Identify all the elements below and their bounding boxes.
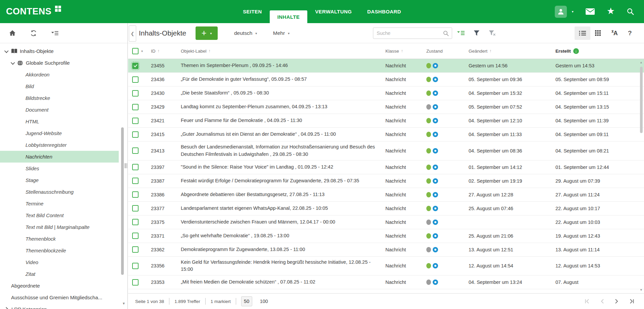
- list-view-button[interactable]: [575, 26, 590, 40]
- row-checkbox[interactable]: [132, 246, 139, 253]
- sidebar-scroll-down-icon[interactable]: ▼: [122, 302, 125, 305]
- table-row-23415[interactable]: 23415„Guter Journalismus ist ein Dienst …: [128, 128, 644, 141]
- tree-item-themenblock[interactable]: Themenblock: [0, 233, 119, 245]
- grid-view-button[interactable]: [595, 23, 601, 43]
- tree-item-text-mit-bild-marginalspalte[interactable]: Text mit Bild | Marginalspalte: [0, 221, 119, 233]
- table-row-23429[interactable]: 23429Landtag kommt zu September-Plenum z…: [128, 100, 644, 114]
- more-dropdown[interactable]: Mehr ▾: [273, 23, 289, 43]
- tab-seiten[interactable]: SEITEN: [235, 0, 270, 23]
- row-checkbox[interactable]: [132, 63, 139, 69]
- tree-item-nachrichten[interactable]: Nachrichten: [0, 151, 119, 163]
- scroll-up-icon[interactable]: ▲: [640, 61, 643, 64]
- table-row-23430[interactable]: 23430„Die beste Staatsform“ , 05.09.25 -…: [128, 86, 644, 100]
- translate-button[interactable]: x̄A: [611, 23, 618, 43]
- language-dropdown[interactable]: deutsch ▾: [234, 23, 257, 43]
- add-menu-caret[interactable]: ▾: [210, 32, 212, 35]
- panel-resize-handle[interactable]: [124, 163, 127, 168]
- tree-options-button[interactable]: [51, 31, 58, 36]
- row-checkbox[interactable]: [132, 279, 139, 286]
- scrollbar-thumb[interactable]: [640, 67, 643, 133]
- chevron-right-icon[interactable]: [4, 307, 8, 309]
- tree-item-bild[interactable]: Bild: [0, 80, 119, 92]
- favorites-button[interactable]: ★: [607, 8, 615, 16]
- row-checkbox[interactable]: [132, 263, 139, 269]
- select-menu-caret[interactable]: ▾: [141, 49, 143, 53]
- tree-item-aussch-sse-und-gremien-mitgliedscha[interactable]: Ausschüsse und Gremien Mitgliedscha...: [0, 292, 127, 303]
- column-header-geaendert[interactable]: Geändert↑: [469, 49, 555, 54]
- row-checkbox[interactable]: [132, 104, 139, 110]
- select-all-checkbox[interactable]: [132, 48, 139, 54]
- tab-inhalte[interactable]: INHALTE: [270, 10, 308, 23]
- table-row-23421[interactable]: 23421Feuer und Flamme für die Demokratie…: [128, 114, 644, 128]
- table-row-23436[interactable]: 23436„Für die Demokratie in guter Verfas…: [128, 73, 644, 86]
- collapse-sidebar-button[interactable]: ❮: [129, 25, 136, 42]
- next-page-button[interactable]: [615, 299, 618, 304]
- tree-item-jugend-website[interactable]: Jugend-Website: [0, 127, 119, 139]
- page-size-100[interactable]: 100: [260, 299, 268, 304]
- table-row-23353[interactable]: 23353„Mit freien Medien die Demokratie s…: [128, 275, 644, 289]
- row-checkbox[interactable]: [132, 233, 139, 239]
- tab-verwaltung[interactable]: VERWALTUNG: [307, 0, 359, 23]
- row-checkbox[interactable]: [132, 118, 139, 124]
- app-logo[interactable]: CONTENS: [6, 0, 61, 23]
- tree-item-stage[interactable]: Stage: [0, 174, 119, 186]
- last-page-button[interactable]: [630, 299, 634, 304]
- tree-item-lrp-kategorien[interactable]: LRP Kategorien: [0, 303, 127, 309]
- tree-item-slides[interactable]: Slides: [0, 163, 119, 174]
- table-row-23356[interactable]: 23356Kein Geld für Verfassungsfeinde: He…: [128, 257, 644, 276]
- user-menu-caret[interactable]: ▾: [572, 10, 574, 13]
- column-header-erstellt[interactable]: Erstellt↓: [555, 48, 634, 54]
- column-header-objekt-label[interactable]: Objekt-Label↑: [181, 49, 385, 54]
- row-checkbox[interactable]: [132, 205, 139, 211]
- tree-item-html[interactable]: HTML: [0, 116, 119, 127]
- tree-item-text-bild-content[interactable]: Text Bild Content: [0, 209, 119, 221]
- tree-item-akkordeon[interactable]: Akkordeon: [0, 69, 119, 80]
- filter-button[interactable]: [474, 23, 480, 43]
- row-checkbox[interactable]: [132, 219, 139, 225]
- row-checkbox[interactable]: [132, 178, 139, 184]
- column-header-id[interactable]: ID↑: [151, 49, 181, 54]
- scroll-down-icon[interactable]: ▼: [640, 288, 643, 292]
- column-header-zustand[interactable]: Zustand: [426, 49, 469, 54]
- row-checkbox[interactable]: [132, 131, 139, 138]
- row-checkbox[interactable]: [132, 164, 139, 170]
- first-page-button[interactable]: [585, 299, 589, 304]
- chevron-down-icon[interactable]: [4, 49, 9, 53]
- home-button[interactable]: [9, 30, 16, 36]
- row-checkbox[interactable]: [132, 76, 139, 83]
- global-search-button[interactable]: [627, 8, 634, 15]
- table-row-23455[interactable]: 23455Themen im September-Plenum , 09.09.…: [128, 59, 644, 73]
- tree-root-inhalts-objekte[interactable]: Inhalts-Objekte: [0, 45, 127, 57]
- saved-search-button[interactable]: [457, 23, 465, 43]
- sidebar-scrollbar-thumb[interactable]: [121, 127, 124, 275]
- tree-item-video[interactable]: Video: [0, 256, 119, 268]
- row-checkbox[interactable]: [132, 147, 139, 154]
- table-row-23375[interactable]: 23375Verdienstunterschiede zwischen Frau…: [128, 215, 644, 229]
- search-icon[interactable]: [443, 30, 449, 36]
- table-row-23387[interactable]: 23387Festakt würdigt Erfolge / Demokrati…: [128, 174, 644, 188]
- page-size-50[interactable]: 50: [241, 296, 252, 306]
- tree-item-abgeordnete[interactable]: Abgeordnete: [0, 280, 127, 292]
- tree-item-stellenausschreibung[interactable]: Stellenausschreibung: [0, 186, 119, 198]
- row-checkbox[interactable]: [132, 191, 139, 198]
- table-row-23377[interactable]: 23377Landesparlament startet eigenen Wha…: [128, 202, 644, 215]
- tree-item-themenblockzeile[interactable]: Themenblockzeile: [0, 245, 119, 256]
- table-scrollbar[interactable]: ▲ ▼: [639, 61, 643, 292]
- tree-item-termine[interactable]: Termine: [0, 198, 119, 209]
- tree-group-globale-suchprofile[interactable]: Globale Suchprofile: [0, 57, 127, 69]
- table-row-23386[interactable]: 23386Abgeordnete debattieren über Bestat…: [128, 188, 644, 202]
- mail-button[interactable]: [586, 8, 595, 15]
- tab-dashboard[interactable]: DASHBOARD: [360, 0, 409, 23]
- column-header-klasse[interactable]: Klasse↑: [385, 49, 426, 54]
- table-row-23397[interactable]: 23397"Sound in the Silence: Raise Your V…: [128, 161, 644, 174]
- tree-item-zitat[interactable]: Zitat: [0, 268, 119, 280]
- table-row-23371[interactable]: 23371„So geht wehrhafte Demokratie“ , 19…: [128, 229, 644, 243]
- table-row-23413[interactable]: 23413Besuch der Landesmedienanstalt, Inf…: [128, 141, 644, 161]
- tree-item-document[interactable]: Document: [0, 104, 119, 116]
- previous-page-button[interactable]: [601, 299, 604, 304]
- row-checkbox[interactable]: [132, 90, 139, 97]
- add-object-button[interactable]: + ▾: [196, 26, 218, 40]
- refresh-button[interactable]: [30, 30, 37, 37]
- table-row-23362[interactable]: 23362Demokratieprogramm für Zugewanderte…: [128, 243, 644, 257]
- search-input[interactable]: [373, 30, 443, 36]
